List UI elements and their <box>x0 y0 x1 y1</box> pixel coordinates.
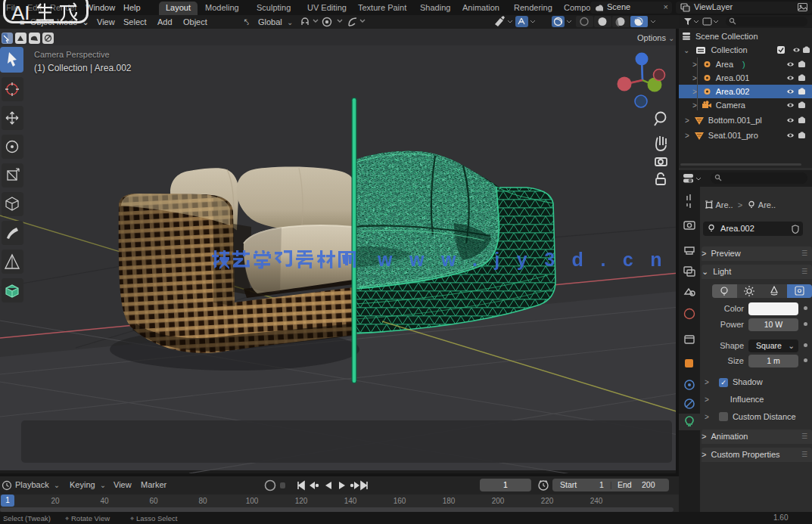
svg-text:www.jy3d.cn: www.jy3d.cn <box>377 250 679 270</box>
